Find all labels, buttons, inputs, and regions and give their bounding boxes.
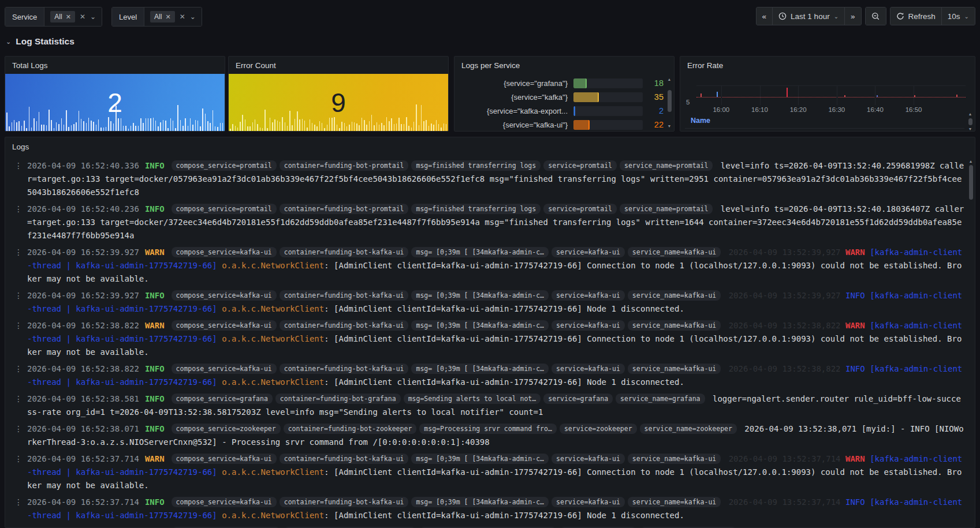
log-field-pill[interactable]: msg= [0;39m [ [34mkafka-admin-c… <box>411 320 549 331</box>
scroll-up-icon[interactable]: ▲ <box>968 112 972 117</box>
log-field-pill[interactable]: service=kafka-ui <box>552 454 625 464</box>
log-field-pill[interactable]: compose_service=kafka-ui <box>172 454 277 464</box>
clear-icon[interactable]: ✕ <box>180 13 185 20</box>
log-field-pill[interactable]: service_name=promtail <box>620 204 713 214</box>
logs-per-service-scrollbar[interactable]: ▲ ▼ <box>666 77 672 129</box>
log-field-pill[interactable]: compose_service=kafka-ui <box>172 320 277 331</box>
log-field-pill[interactable]: container=funding-bot-kafka-ui <box>280 454 409 464</box>
log-field-pill[interactable]: container=funding-bot-kafka-ui <box>280 364 409 374</box>
log-field-pill[interactable]: service_name=kafka-ui <box>628 364 721 374</box>
log-row-menu-icon[interactable]: ⋮ <box>14 203 23 216</box>
log-field-pill[interactable]: service_name=zookeeper <box>640 527 737 527</box>
log-row-menu-icon[interactable]: ⋮ <box>14 422 23 436</box>
panel-total-logs-header[interactable]: Total Logs <box>5 57 225 74</box>
log-field-pill[interactable]: compose_service=promtail <box>172 160 277 171</box>
time-range-picker[interactable]: Last 1 hour ⌄ <box>773 8 845 25</box>
error-rate-scrollbar[interactable]: ▲ ▼ <box>967 112 973 132</box>
scroll-up-icon[interactable]: ▲ <box>668 77 672 82</box>
sparkline-bar <box>287 126 288 131</box>
log-field-pill[interactable]: service=kafka-ui <box>552 247 625 257</box>
log-field-pill[interactable]: service_name=kafka-ui <box>628 454 721 464</box>
scroll-down-icon[interactable]: ▼ <box>968 127 972 132</box>
log-field-pill[interactable]: msg=Sending alerts to local not… <box>404 394 541 404</box>
log-field-pill[interactable]: container=funding-bot-kafka-ui <box>280 290 409 301</box>
log-row-menu-icon[interactable]: ⋮ <box>14 452 23 466</box>
log-field-pill[interactable]: container=funding-bot-promtail <box>280 160 409 171</box>
log-field-pill[interactable]: container=funding-bot-promtail <box>280 204 409 214</box>
log-field-pill[interactable]: service=kafka-ui <box>552 364 625 374</box>
log-field-pill[interactable]: msg= [0;39m [ [34mkafka-admin-c… <box>411 364 549 374</box>
log-field-pill[interactable]: service_name=promtail <box>620 160 713 171</box>
log-field-pill[interactable]: msg= [0;39m [ [34mkafka-admin-c… <box>411 497 549 507</box>
log-field-pill[interactable]: service=kafka-ui <box>552 320 625 331</box>
scroll-up-icon[interactable]: ▲ <box>969 159 973 164</box>
service-filter-value[interactable]: All✕ ✕ ⌄ <box>44 8 102 26</box>
log-field-pill[interactable]: service=kafka-ui <box>552 497 625 507</box>
log-row-menu-icon[interactable]: ⋮ <box>14 289 23 302</box>
time-shift-forward-button[interactable]: » <box>845 8 861 25</box>
panel-logs-per-service-header[interactable]: Logs per Service <box>454 57 674 74</box>
panel-error-rate-header[interactable]: Error Rate <box>680 57 975 74</box>
log-field-pill[interactable]: compose_service=kafka-ui <box>172 364 277 374</box>
legend-name-column-header[interactable]: Name <box>691 117 710 125</box>
log-field-pill[interactable]: msg=Processing srvr command fro… <box>419 527 557 527</box>
zoom-out-button[interactable] <box>866 8 886 25</box>
log-field-pill[interactable]: msg= [0;39m [ [34mkafka-admin-c… <box>411 247 549 257</box>
log-field-pill[interactable]: service=promtail <box>543 204 617 214</box>
log-message-segment: : [AdminClient clientId=kafka-ui-admin-1… <box>324 511 684 520</box>
log-field-pill[interactable]: service=kafka-ui <box>552 290 625 301</box>
time-shift-back-button[interactable]: « <box>757 8 773 25</box>
log-field-pill[interactable]: service=promtail <box>543 160 617 171</box>
log-field-pill[interactable]: container=funding-bot-kafka-ui <box>280 497 409 507</box>
log-field-pill[interactable]: service_name=kafka-ui <box>628 497 721 507</box>
refresh-interval-picker[interactable]: 10s ⌄ <box>942 8 975 25</box>
service-filter-chip[interactable]: All✕ <box>50 11 75 23</box>
log-field-pill[interactable]: compose_service=kafka-ui <box>172 497 277 507</box>
level-filter-value[interactable]: All✕ ✕ ⌄ <box>144 8 202 26</box>
log-row-menu-icon[interactable]: ⋮ <box>14 319 23 332</box>
log-field-pill[interactable]: msg=Processing srvr command fro… <box>419 424 557 434</box>
log-field-pill[interactable]: compose_service=zookeeper <box>172 527 281 527</box>
log-field-pill[interactable]: compose_service=kafka-ui <box>172 247 277 257</box>
log-field-pill[interactable]: service_name=kafka-ui <box>628 320 721 331</box>
log-field-pill[interactable]: container=funding-bot-kafka-ui <box>280 247 409 257</box>
log-field-pill[interactable]: container=funding-bot-grafana <box>275 394 401 404</box>
scroll-down-icon[interactable]: ▼ <box>668 124 672 129</box>
log-field-pill[interactable]: msg=finished transferring logs <box>411 204 541 214</box>
log-field-pill[interactable]: compose_service=promtail <box>172 204 277 214</box>
panel-logs-header[interactable]: Logs <box>5 137 975 156</box>
log-row-menu-icon[interactable]: ⋮ <box>14 392 23 406</box>
log-field-pill[interactable]: msg= [0;39m [ [34mkafka-admin-c… <box>411 454 549 464</box>
log-row-menu-icon[interactable]: ⋮ <box>14 526 23 527</box>
chevron-down-icon[interactable]: ⌄ <box>90 13 96 20</box>
log-field-pill[interactable]: service=zookeeper <box>560 527 637 527</box>
level-filter-chip[interactable]: All✕ <box>150 11 175 23</box>
chevron-down-icon[interactable]: ⌄ <box>190 13 196 20</box>
log-field-pill[interactable]: compose_service=kafka-ui <box>172 290 277 301</box>
log-field-pill[interactable]: compose_service=grafana <box>172 394 273 404</box>
log-field-pill[interactable]: msg=finished transferring logs <box>411 160 541 171</box>
log-field-pill[interactable]: service_name=kafka-ui <box>628 290 721 301</box>
log-field-pill[interactable]: container=funding-bot-zookeeper <box>284 527 417 527</box>
log-row-menu-icon[interactable]: ⋮ <box>14 362 23 376</box>
panel-error-count-header[interactable]: Error Count <box>229 57 448 74</box>
log-row-menu-icon[interactable]: ⋮ <box>14 496 23 509</box>
log-field-pill[interactable]: service=grafana <box>543 394 613 404</box>
clear-icon[interactable]: ✕ <box>80 13 85 20</box>
legend-row-partial[interactable]: {service="grafana"} <box>685 128 964 132</box>
log-field-pill[interactable]: service_name=kafka-ui <box>628 247 721 257</box>
log-field-pill[interactable]: msg= [0;39m [ [34mkafka-admin-c… <box>411 290 549 301</box>
logs-scrollbar[interactable]: ▲ <box>968 159 974 524</box>
log-field-pill[interactable]: container=funding-bot-kafka-ui <box>280 320 409 331</box>
section-log-statistics[interactable]: ⌄ Log Statistics <box>6 36 74 47</box>
chip-remove-icon[interactable]: ✕ <box>165 13 170 21</box>
log-field-pill[interactable]: container=funding-bot-zookeeper <box>284 424 417 434</box>
refresh-button[interactable]: Refresh <box>890 8 942 25</box>
log-field-pill[interactable]: service_name=zookeeper <box>640 424 737 434</box>
log-row-menu-icon[interactable]: ⋮ <box>14 159 23 173</box>
log-field-pill[interactable]: service=zookeeper <box>560 424 637 434</box>
log-field-pill[interactable]: service_name=grafana <box>616 394 705 404</box>
log-field-pill[interactable]: compose_service=zookeeper <box>172 424 281 434</box>
log-row-menu-icon[interactable]: ⋮ <box>14 246 23 259</box>
chip-remove-icon[interactable]: ✕ <box>66 13 71 21</box>
